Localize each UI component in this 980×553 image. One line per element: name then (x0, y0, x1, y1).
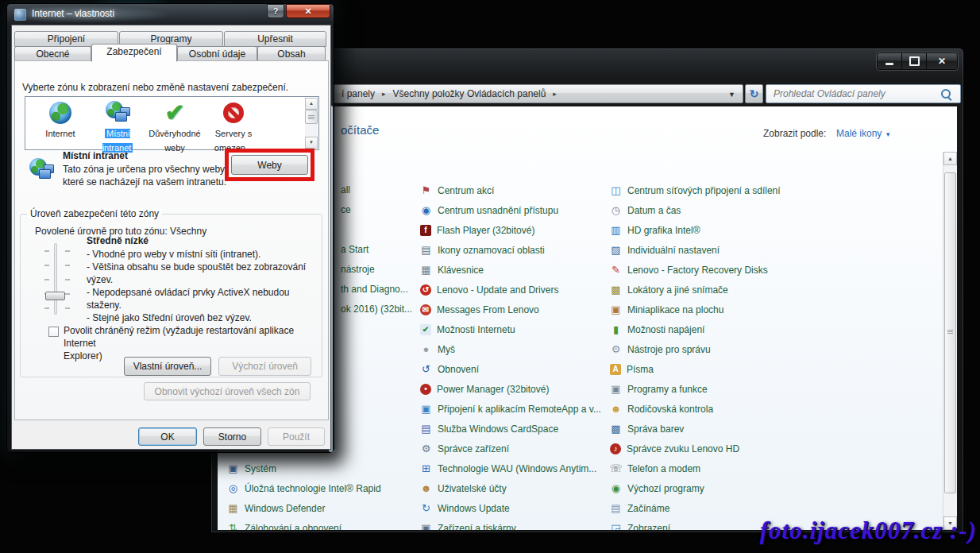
item-label[interactable]: Miniaplikace na plochu (627, 304, 723, 315)
control-panel-item[interactable]: ▤Ikony oznamovací oblasti (420, 240, 601, 260)
item-label[interactable]: Centrum akcí (438, 185, 494, 196)
item-label[interactable]: Telefon a modem (627, 463, 700, 474)
control-panel-item[interactable]: ↺Lenovo - Update and Drivers (420, 280, 601, 300)
item-label[interactable]: Začínáme (627, 503, 669, 514)
item-label[interactable]: Rodičovská kontrola (627, 404, 713, 415)
item-label[interactable]: Možnosti napájení (627, 324, 704, 335)
control-panel-item[interactable]: ▮Možnosti napájení (610, 319, 781, 339)
control-panel-item[interactable]: ♪Správce zvuku Lenovo HD (610, 439, 781, 458)
item-label[interactable]: Uživatelské účty (438, 483, 507, 494)
control-panel-item[interactable]: ☻Rodičovská kontrola (610, 399, 781, 419)
item-label[interactable]: HD grafika Intel® (627, 225, 700, 236)
item-label[interactable]: Zařízení a tiskárny (438, 523, 516, 531)
control-panel-item[interactable]: ↻Windows Update (420, 498, 601, 518)
dialog-close-button[interactable]: ✕ (286, 4, 330, 18)
item-label[interactable]: Systém (245, 463, 276, 474)
breadcrumb-fragment[interactable]: í panely (341, 88, 375, 99)
tab-zabezpečení[interactable]: Zabezpečení (91, 44, 177, 62)
item-label[interactable]: Centrum síťových připojení a sdílení (627, 185, 781, 196)
control-panel-item[interactable]: ⚑Centrum akcí (420, 180, 601, 200)
control-panel-item[interactable]: ▣Systém (227, 458, 276, 478)
scroll-up-icon[interactable]: ▲ (943, 152, 957, 165)
control-panel-item[interactable]: ▤Začínáme (610, 498, 781, 518)
zone-item-intranet[interactable]: Místní intranet (89, 100, 146, 154)
control-panel-item-fragment[interactable]: ok 2016) (32bit... (341, 300, 412, 319)
control-panel-item[interactable]: ▤Služba Windows CardSpace (420, 419, 601, 439)
item-label[interactable]: Písma (627, 364, 654, 375)
scroll-up-icon[interactable]: ▲ (305, 98, 318, 110)
address-dropdown-icon[interactable]: ▼ (728, 91, 735, 99)
item-label[interactable]: Technologie WAU (Windows Anytim... (438, 463, 596, 474)
control-panel-item[interactable]: ▩Správa barev (610, 419, 781, 439)
scroll-down-icon[interactable]: ▼ (305, 137, 318, 149)
item-label[interactable]: Datum a čas (627, 205, 681, 216)
view-by-selector[interactable]: Malé ikony▼ (836, 128, 891, 139)
control-panel-item[interactable]: ▦Windows Defender (227, 498, 325, 518)
control-panel-item[interactable]: ●Myš (420, 339, 601, 359)
item-label[interactable]: Obnovení (438, 364, 479, 375)
control-panel-item[interactable]: ✎Lenovo - Factory Recovery Disks (610, 260, 781, 280)
apply-button[interactable]: Použít (268, 427, 325, 446)
item-label[interactable]: Služba Windows CardSpace (438, 423, 558, 435)
item-label[interactable]: Výchozí programy (627, 483, 704, 494)
zone-item-trusted-sites[interactable]: ✔Důvěryhodné weby (146, 100, 203, 154)
close-button[interactable]: ✕ (927, 53, 957, 69)
control-panel-item[interactable]: ◷Datum a čas (610, 200, 781, 220)
item-label[interactable]: Možnosti Internetu (437, 324, 515, 335)
tab-osobní-údaje[interactable]: Osobní údaje (177, 46, 257, 62)
ok-button[interactable]: OK (138, 427, 197, 446)
control-panel-item[interactable]: ◲Zobrazení (610, 518, 781, 530)
item-label[interactable]: Windows Update (438, 503, 510, 514)
control-panel-item[interactable]: fFlash Player (32bitové) (420, 220, 601, 240)
item-label[interactable]: Individuální nastavení (627, 245, 720, 256)
item-label[interactable]: Nástroje pro správu (627, 344, 711, 355)
item-label[interactable]: Windows Defender (245, 503, 325, 514)
control-panel-item-fragment[interactable]: ce (341, 200, 351, 220)
scrollbar-thumb[interactable] (305, 110, 318, 124)
scrollbar-thumb[interactable] (944, 172, 956, 493)
control-panel-item[interactable]: ✉Messages From Lenovo (420, 300, 601, 319)
control-panel-item[interactable]: ◎Úložná technologie Intel® Rapid (227, 478, 381, 498)
control-panel-item-fragment[interactable]: a Start (341, 240, 368, 260)
control-panel-item[interactable]: ▣Programy a funkce (610, 379, 781, 399)
control-panel-item[interactable]: ▩Lokátory a jiné snímače (610, 280, 781, 300)
control-panel-item[interactable]: APísma (610, 359, 781, 379)
search-icon[interactable] (941, 89, 951, 99)
security-level-slider-thumb[interactable] (45, 292, 65, 300)
tab-obecné[interactable]: Obecné (14, 46, 91, 62)
control-panel-item[interactable]: ☻Uživatelské účty (420, 478, 601, 498)
item-label[interactable]: Centrum usnadnění přístupu (438, 205, 558, 216)
control-panel-item-fragment[interactable]: all (341, 180, 350, 200)
item-label[interactable]: Připojení k aplikacím RemoteApp a v... (438, 404, 601, 415)
help-button[interactable]: ? (267, 4, 284, 18)
dialog-titlebar[interactable]: Internet – vlastnosti ? ✕ (7, 4, 334, 25)
vertical-scrollbar[interactable]: ▲ ▼ (943, 152, 957, 530)
refresh-button[interactable]: ↻ (745, 84, 763, 103)
minimize-button[interactable] (878, 53, 902, 69)
protected-mode-checkbox[interactable] (48, 327, 59, 337)
item-label[interactable]: Úložná technologie Intel® Rapid (245, 483, 381, 494)
control-panel-item[interactable]: •Power Manager (32bitové) (420, 379, 601, 399)
control-panel-item[interactable]: ▣Miniaplikace na plochu (610, 300, 781, 319)
control-panel-item[interactable]: ⊞Technologie WAU (Windows Anytim... (420, 458, 601, 478)
sites-button[interactable]: Weby (231, 155, 308, 175)
item-label[interactable]: Flash Player (32bitové) (437, 225, 534, 236)
breadcrumb-arrow-icon[interactable]: ▸ (553, 90, 557, 98)
control-panel-item[interactable]: ✔Možnosti Internetu (420, 319, 601, 339)
custom-level-button[interactable]: Vlastní úroveň... (124, 357, 211, 376)
control-panel-item[interactable]: ▣Připojení k aplikacím RemoteApp a v... (420, 399, 601, 419)
item-label[interactable]: Správce zařízení (438, 443, 509, 454)
zone-list-scrollbar[interactable]: ▲ ▼ (305, 98, 318, 149)
breadcrumb-item[interactable]: Všechny položky Ovládacích panelů (393, 88, 546, 99)
item-label[interactable]: Správce zvuku Lenovo HD (627, 443, 739, 454)
item-label[interactable]: Zálohování a obnovení (245, 523, 341, 531)
breadcrumb-arrow-icon[interactable]: ▸ (382, 90, 386, 98)
control-panel-item-fragment[interactable]: th and Diagno... (341, 280, 408, 300)
cancel-button[interactable]: Storno (203, 427, 261, 446)
control-panel-item[interactable]: ▥HD grafika Intel® (610, 220, 781, 240)
control-panel-item[interactable]: ◫Centrum síťových připojení a sdílení (610, 180, 781, 200)
maximize-button[interactable] (902, 53, 927, 69)
control-panel-item[interactable]: ☏Telefon a modem (610, 458, 781, 478)
security-level-slider-track[interactable] (54, 243, 57, 315)
tab-upřesnit[interactable]: Upřesnit (224, 31, 326, 47)
